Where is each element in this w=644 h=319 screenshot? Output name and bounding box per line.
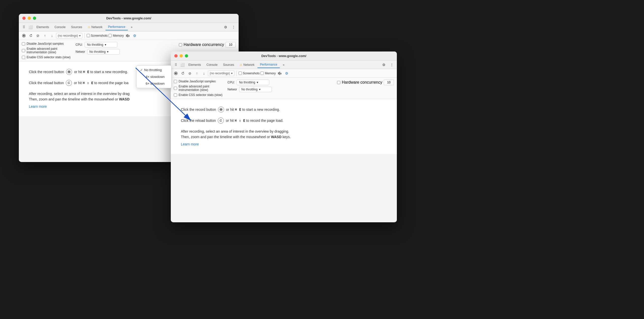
options-right-front: CPU: No throttling ▾ Networ No throttlin… (228, 80, 272, 92)
tab-performance-front[interactable]: Performance (257, 62, 280, 68)
cpu-dropdown-back[interactable]: No throttling ▾ (85, 42, 117, 47)
upload-btn-front[interactable]: ↑ (194, 70, 200, 76)
options-area-front: Disable JavaScript samples Enable advanc… (171, 78, 397, 99)
no-throttling-option-back[interactable]: ✓ No throttling (137, 67, 171, 73)
download-btn-front[interactable]: ↓ (201, 70, 207, 76)
network-dropdown-back[interactable]: No throttling ▾ (87, 49, 120, 55)
settings-gear-btn-front[interactable]: ⚙ (284, 70, 290, 76)
tab-icon-device[interactable]: ⬜ (27, 24, 33, 30)
memory-group-back: Memory (109, 34, 124, 37)
cpu-value-front: No throttling (239, 81, 255, 84)
tab-bar-right-back: ⚙ ⋮ (223, 24, 237, 30)
screenshots-checkbox-back[interactable] (87, 34, 90, 37)
disable-js-checkbox-front[interactable] (174, 80, 177, 83)
recordings-placeholder-front: (no recordings) (210, 72, 230, 75)
svg-point-6 (68, 71, 70, 73)
learn-more-link-back[interactable]: Learn more (29, 104, 47, 109)
settings-gear-btn-back[interactable]: ⚙ (132, 33, 138, 39)
options-right-back: CPU: No throttling ▾ Networ No throttlin… (76, 42, 120, 55)
tab-network-front[interactable]: ⚠ Network (237, 62, 257, 68)
learn-more-link-front[interactable]: Learn more (181, 142, 199, 146)
record-icon-back (66, 69, 72, 75)
4x-slowdown-option-back[interactable]: 4× slowdown (137, 73, 171, 80)
hw-concurrency-checkbox-front[interactable] (337, 81, 340, 84)
record-btn-back[interactable] (21, 33, 27, 39)
tab-sources-front[interactable]: Sources (221, 62, 237, 68)
advanced-paint-checkbox-back[interactable] (22, 49, 25, 52)
tab-performance-back[interactable]: Performance (105, 24, 128, 30)
6x-slowdown-option-back[interactable]: 6× slowdown (137, 80, 171, 87)
tab-elements-front[interactable]: Elements (186, 62, 203, 68)
more-options-icon-back[interactable]: ⋮ (231, 24, 237, 30)
hw-concurrency-input-front[interactable] (384, 80, 394, 85)
options-left-front: Disable JavaScript samples Enable advanc… (174, 80, 223, 97)
close-button-back[interactable] (22, 17, 26, 20)
advanced-paint-checkbox-front[interactable] (174, 87, 177, 90)
settings-icon-front[interactable]: ⚙ (381, 62, 387, 68)
css-selector-checkbox-front[interactable] (174, 93, 177, 97)
recordings-select-back[interactable]: (no recordings) ▾ (56, 33, 82, 38)
maximize-button-back[interactable] (33, 17, 36, 20)
css-selector-row-front: Enable CSS selector stats (slow) (174, 93, 223, 97)
reload-text-back: Click the reload button (29, 81, 64, 85)
tab-console-back[interactable]: Console (52, 24, 68, 30)
network-dropdown-front[interactable]: No throttling ▾ (239, 87, 272, 92)
hw-concurrency-group-front: Hardware concurrency (337, 80, 394, 85)
disable-js-label-back: Disable JavaScript samples (27, 42, 64, 45)
screenshots-checkbox-front[interactable] (239, 72, 242, 75)
clear-btn-back[interactable]: ⊘ (35, 33, 41, 39)
tab-more-front[interactable]: » (280, 62, 287, 68)
hw-concurrency-checkbox-back[interactable] (179, 43, 182, 46)
network-arrow-front: ▾ (259, 88, 260, 91)
clear-btn-front[interactable]: ⊘ (187, 70, 193, 76)
disable-js-row-back: Disable JavaScript samples (22, 42, 71, 45)
network-warning-icon-front: ⚠ (240, 63, 242, 67)
more-options-icon-front[interactable]: ⋮ (389, 62, 395, 68)
settings-icon-back[interactable]: ⚙ (223, 24, 229, 30)
maximize-button-front[interactable] (185, 54, 188, 58)
recordings-placeholder-back: (no recordings) (58, 34, 78, 37)
tab-sources-back[interactable]: Sources (69, 24, 85, 30)
memory-checkbox-back[interactable] (109, 34, 112, 37)
close-button-front[interactable] (174, 54, 178, 58)
css-selector-checkbox-back[interactable] (22, 56, 25, 59)
minimize-button-front[interactable] (180, 54, 183, 58)
tab-more-back[interactable]: » (128, 24, 135, 30)
record-text-back: Click the record button (29, 70, 64, 74)
advanced-paint-label-back: Enable advanced paintinstrumentation (sl… (27, 47, 57, 54)
hw-concurrency-label-front: Hardware concurrency (342, 80, 382, 85)
tab-console-front[interactable]: Console (204, 62, 220, 68)
svg-rect-11 (281, 73, 281, 74)
cpu-label-back: CPU: (76, 43, 83, 46)
download-btn-back[interactable]: ↓ (49, 33, 55, 39)
cpu-dropdown-front[interactable]: No throttling ▾ (237, 80, 269, 85)
recordings-select-front[interactable]: (no recordings) ▾ (208, 71, 234, 76)
tab-network-back[interactable]: ⚠ Network (85, 24, 105, 30)
network-warning-icon-back: ⚠ (88, 25, 90, 29)
recordings-arrow-front: ▾ (231, 72, 233, 75)
main-content-front: Click the record button or hit ⌘ E to st… (171, 99, 397, 154)
screenshots-group-back: Screenshots (87, 34, 108, 37)
advanced-paint-row-front: Enable advanced paintinstrumentation (sl… (174, 85, 223, 92)
hw-concurrency-input-back[interactable] (226, 42, 236, 47)
upload-btn-back[interactable]: ↑ (42, 33, 48, 39)
disable-js-label-front: Disable JavaScript samples (179, 80, 216, 83)
disable-js-row-front: Disable JavaScript samples (174, 80, 223, 83)
web-vitals-btn-front[interactable] (277, 70, 283, 76)
reload-btn-front[interactable] (180, 70, 186, 76)
reload-btn-back[interactable] (28, 33, 34, 39)
tab-icon-selector[interactable]: ⠿ (21, 24, 27, 30)
disable-js-checkbox-back[interactable] (22, 42, 25, 45)
tab-icon-device-front[interactable]: ⬜ (179, 62, 185, 68)
web-vitals-btn-back[interactable] (125, 33, 131, 39)
screenshots-label-back: Screenshots (91, 34, 108, 37)
reload-instruction-front: Click the reload button or hit ⌘ ⇧ E to … (181, 118, 387, 124)
tab-icon-selector-front[interactable]: ⠿ (173, 62, 179, 68)
toolbar-divider1-front (236, 71, 237, 76)
minimize-button-back[interactable] (28, 17, 31, 20)
memory-label-back: Memory (113, 34, 124, 37)
toolbar-divider1-back (84, 33, 85, 38)
memory-checkbox-front[interactable] (260, 72, 264, 75)
record-btn-front[interactable] (173, 70, 179, 76)
tab-elements-back[interactable]: Elements (34, 24, 51, 30)
